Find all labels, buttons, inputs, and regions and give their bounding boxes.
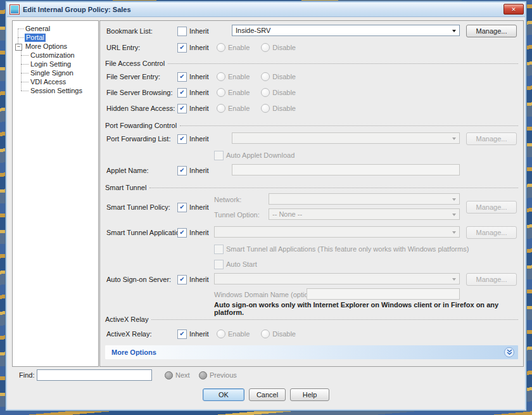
- tree-item-vdi-access[interactable]: VDI Access: [30, 78, 66, 86]
- auto-signon-manage-button: Manage...: [466, 273, 517, 286]
- app-icon: [10, 4, 20, 15]
- auto-signon-inherit-checkbox[interactable]: ✔: [177, 275, 187, 284]
- check-icon: ✔: [179, 167, 184, 174]
- file-server-entry-inherit-checkbox[interactable]: ✔: [177, 72, 187, 82]
- hidden-share-access-disable-radio: [261, 104, 270, 113]
- smart-tunnel-application-label: Smart Tunnel Application:: [106, 226, 186, 239]
- section-label: File Access Control: [105, 60, 165, 67]
- hidden-share-access-inherit-checkbox[interactable]: ✔: [177, 104, 187, 113]
- inherit-label: Inherit: [189, 105, 209, 112]
- section-port-forwarding-control: Port Fowarding Control: [105, 121, 518, 130]
- row-auto-start: Auto Start: [100, 258, 523, 271]
- ok-button[interactable]: OK: [203, 388, 244, 401]
- disable-label: Disable: [272, 44, 296, 51]
- find-bar: Find: Next Previous: [8, 367, 524, 383]
- tree-connector: [18, 29, 24, 29]
- auto-signon-server-label: Auto Sign-on Server:: [106, 273, 171, 286]
- row-bookmark-list: Bookmark List: Inherit Inside-SRV Manage…: [100, 25, 523, 37]
- port-forwarding-inherit-checkbox[interactable]: ✔: [177, 134, 187, 144]
- activex-relay-label: ActiveX Relay:: [106, 328, 152, 340]
- hidden-share-access-enable-radio: [217, 104, 225, 113]
- auto-applet-download-checkbox: [214, 151, 224, 160]
- tree-connector: [18, 37, 24, 38]
- disable-label: Disable: [272, 73, 296, 80]
- inherit-label: Inherit: [189, 229, 209, 236]
- section-label: Smart Tunnel: [105, 184, 146, 191]
- row-port-forwarding-list: Port Forwarding List: ✔ Inherit Manage..…: [100, 132, 523, 145]
- find-label: Find:: [19, 371, 34, 379]
- more-options-expander-bar[interactable]: More Options: [105, 345, 518, 359]
- file-server-browsing-inherit-checkbox[interactable]: ✔: [177, 88, 187, 98]
- port-forwarding-list-label: Port Forwarding List:: [106, 132, 170, 145]
- section-activex-relay: ActiveX Relay: [105, 315, 518, 324]
- bookmark-list-dropdown[interactable]: Inside-SRV: [232, 25, 460, 36]
- close-icon: ✕: [511, 6, 516, 13]
- enable-label: Enable: [228, 73, 250, 80]
- auto-signon-note: Auto sign-on works only with Internet Ex…: [214, 302, 523, 315]
- tree-item-general[interactable]: General: [25, 25, 50, 33]
- url-entry-inherit-checkbox[interactable]: ✔: [177, 43, 187, 53]
- find-next-button[interactable]: Next: [165, 371, 190, 380]
- row-smart-tunnel-application: Smart Tunnel Application: ✔ Inherit Mana…: [100, 226, 523, 239]
- portal-settings-panel: Bookmark List: Inherit Inside-SRV Manage…: [99, 20, 524, 367]
- dropdown-arrow-icon: [452, 137, 456, 140]
- port-forwarding-manage-button: Manage...: [466, 132, 517, 145]
- applet-name-input: [232, 164, 460, 176]
- previous-label: Previous: [210, 371, 237, 379]
- smart-tunnel-application-manage-button: Manage...: [466, 226, 517, 239]
- check-icon: ✔: [179, 229, 184, 236]
- auto-signon-server-dropdown: [214, 273, 460, 284]
- smart-tunnel-application-inherit-checkbox[interactable]: ✔: [177, 228, 187, 238]
- policy-nav-tree: − General Portal More Options Customizat…: [12, 20, 99, 367]
- row-auto-signon-server: Auto Sign-on Server: ✔ Inherit Manage...: [100, 273, 523, 286]
- find-previous-button[interactable]: Previous: [199, 371, 237, 380]
- dropdown-arrow-icon: [452, 214, 456, 216]
- windows-domain-name-label: Windows Domain Name (optional):: [214, 288, 322, 301]
- activex-relay-disable-radio: [261, 329, 270, 338]
- url-entry-enable-radio: [217, 43, 225, 52]
- tree-item-single-signon[interactable]: Single Signon: [30, 69, 73, 77]
- section-label: ActiveX Relay: [105, 316, 148, 323]
- inherit-label: Inherit: [189, 167, 209, 174]
- disable-label: Disable: [272, 105, 296, 112]
- dialog-buttons: OK Cancel Help: [6, 388, 526, 401]
- check-icon: ✔: [179, 136, 184, 142]
- url-entry-label: URL Entry:: [106, 41, 140, 54]
- activex-relay-enable-radio: [217, 329, 225, 338]
- inherit-label: Inherit: [189, 27, 209, 35]
- tree-connector: [18, 29, 18, 44]
- tree-item-customization[interactable]: Customization: [30, 51, 75, 60]
- tunnel-option-dropdown: -- None --: [269, 208, 460, 220]
- close-button[interactable]: ✕: [504, 4, 524, 15]
- disable-label: Disable: [272, 330, 296, 338]
- applet-name-inherit-checkbox[interactable]: ✔: [177, 166, 187, 176]
- row-auto-signon-note: Auto sign-on works only with Internet Ex…: [100, 302, 523, 315]
- enable-label: Enable: [228, 89, 250, 96]
- section-label: Port Fowarding Control: [105, 122, 177, 129]
- tree-item-session-settings[interactable]: Session Settings: [30, 87, 82, 95]
- row-hidden-share-access: Hidden Share Access: ✔ Inherit Enable Di…: [100, 102, 523, 115]
- activex-relay-inherit-checkbox[interactable]: ✔: [177, 329, 187, 339]
- cancel-button[interactable]: Cancel: [249, 388, 286, 401]
- dropdown-arrow-icon: [452, 231, 456, 234]
- file-server-browsing-enable-radio: [217, 88, 225, 97]
- applet-name-label: Applet Name:: [106, 164, 149, 177]
- bookmark-manage-button[interactable]: Manage...: [466, 25, 517, 37]
- find-input[interactable]: [37, 369, 152, 381]
- bookmark-inherit-checkbox[interactable]: [177, 27, 187, 36]
- tunnel-option-label: Tunnel Option:: [214, 208, 260, 221]
- tree-item-portal[interactable]: Portal: [25, 34, 46, 42]
- enable-label: Enable: [228, 44, 250, 51]
- tree-item-login-setting[interactable]: Login Setting: [30, 60, 71, 68]
- row-url-entry: URL Entry: ✔ Inherit Enable Disable: [100, 41, 523, 54]
- smart-tunnel-all-apps-label: Smart Tunnel all Applications (This feat…: [226, 245, 469, 253]
- hidden-share-access-label: Hidden Share Access:: [106, 102, 175, 115]
- tree-item-more-options[interactable]: More Options: [25, 42, 67, 51]
- tree-expander-icon[interactable]: −: [15, 44, 22, 51]
- file-server-entry-disable-radio: [261, 72, 270, 81]
- check-icon: ✔: [179, 331, 184, 337]
- windows-domain-name-input: [307, 288, 460, 300]
- chevron-double-down-icon[interactable]: [504, 347, 514, 357]
- row-activex-relay: ActiveX Relay: ✔ Inherit Enable Disable: [100, 328, 523, 340]
- help-button[interactable]: Help: [290, 388, 329, 401]
